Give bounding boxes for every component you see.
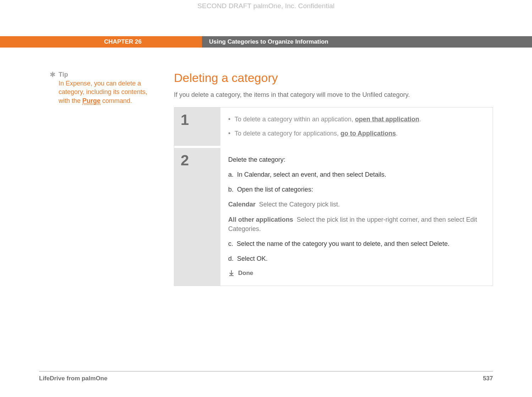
bullet-text: To delete a category for applications, g… [235, 129, 398, 138]
step-row-1: 1 • To delete a category within an appli… [174, 107, 493, 148]
footer-page-number: 537 [483, 375, 493, 382]
done-row: Done [228, 269, 485, 278]
bullet-text: To delete a category within an applicati… [235, 115, 421, 124]
step-number: 1 [181, 112, 214, 127]
bullet-after: . [419, 116, 421, 123]
substep-c: c. Select the name of the category you w… [228, 239, 485, 248]
def-label: Calendar [228, 201, 256, 208]
chapter-title: Using Categories to Organize Information [202, 36, 532, 48]
substep-d: d. Select OK. [228, 254, 485, 263]
substep-d-text: Select OK. [237, 255, 268, 262]
main-column: Deleting a category If you delete a cate… [170, 71, 493, 286]
substep-c-text: Select the name of the category you want… [237, 240, 449, 247]
chapter-header-bar: CHAPTER 26 Using Categories to Organize … [0, 36, 532, 48]
open-application-link[interactable]: open that application [355, 116, 419, 123]
asterisk-icon: ✱ [50, 71, 56, 105]
bullet-item: • To delete a category within an applica… [228, 115, 485, 124]
page-container: CHAPTER 26 Using Categories to Organize … [39, 0, 493, 397]
chapter-label: CHAPTER 26 [0, 36, 202, 48]
steps-table: 1 • To delete a category within an appli… [174, 107, 493, 286]
bullet-item: • To delete a category for applications,… [228, 129, 485, 138]
substep-b-text: Open the list of categories: [237, 186, 313, 193]
bullet-after: . [396, 130, 398, 137]
tip-text-after: command. [100, 97, 132, 104]
bullet-before: To delete a category within an applicati… [235, 116, 355, 123]
step-heading: Delete the category: [228, 155, 485, 164]
substep-b: b. Open the list of categories: [228, 185, 485, 194]
bullet-before: To delete a category for applications, [235, 130, 340, 137]
def-text: Select the Category pick list. [259, 201, 340, 208]
step-number: 2 [181, 153, 214, 168]
step-row-2: 2 Delete the category: a. In Calendar, s… [174, 148, 493, 285]
content-area: ✱ Tip In Expense, you can delete a categ… [39, 71, 493, 286]
step-number-cell: 2 [174, 148, 220, 285]
purge-link[interactable]: Purge [82, 97, 100, 105]
go-to-applications-link[interactable]: go to Applications [340, 130, 396, 137]
step-body-2: Delete the category: a. In Calendar, sel… [220, 148, 493, 285]
step-body-1: • To delete a category within an applica… [220, 107, 493, 146]
done-label: Done [238, 269, 253, 278]
footer-product-name: LifeDrive from palmOne [39, 375, 108, 382]
tip-block: ✱ Tip In Expense, you can delete a categ… [50, 71, 160, 105]
tip-text: In Expense, you can delete a category, i… [59, 79, 160, 105]
definition-other-apps: All other applicationsSelect the pick li… [228, 215, 485, 233]
bullet-dot-icon: • [228, 115, 232, 124]
intro-text: If you delete a category, the items in t… [174, 91, 493, 99]
substep-a: a. In Calendar, select an event, and the… [228, 170, 485, 179]
substep-a-text: In Calendar, select an event, and then s… [237, 171, 386, 178]
sidebar: ✱ Tip In Expense, you can delete a categ… [39, 71, 170, 286]
bullet-dot-icon: • [228, 129, 232, 138]
tip-label: Tip [59, 71, 160, 78]
tip-body: Tip In Expense, you can delete a categor… [59, 71, 160, 105]
definition-calendar: CalendarSelect the Category pick list. [228, 200, 485, 209]
page-footer: LifeDrive from palmOne 537 [39, 371, 493, 382]
page-title: Deleting a category [174, 71, 493, 85]
done-arrow-icon [228, 270, 235, 276]
def-label: All other applications [228, 216, 293, 223]
step-number-cell: 1 [174, 107, 220, 146]
